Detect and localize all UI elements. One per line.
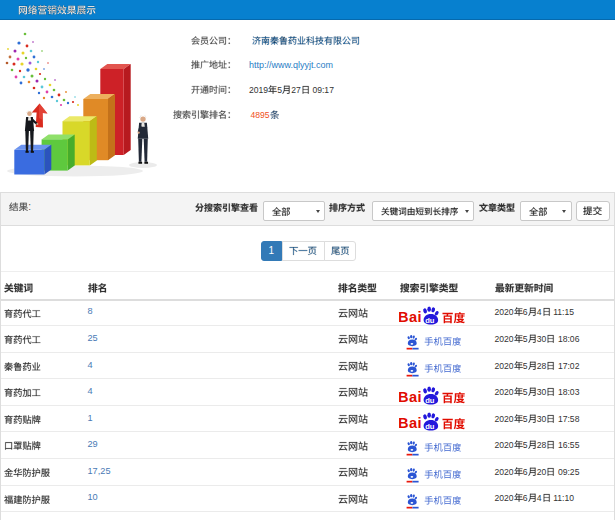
svg-text:Bai: Bai (399, 415, 422, 431)
svg-text:Bai: Bai (399, 309, 422, 325)
svg-text:du: du (425, 316, 435, 325)
svg-text:Bai: Bai (399, 389, 422, 405)
svg-text:du: du (425, 422, 435, 431)
svg-text:du: du (425, 395, 435, 404)
